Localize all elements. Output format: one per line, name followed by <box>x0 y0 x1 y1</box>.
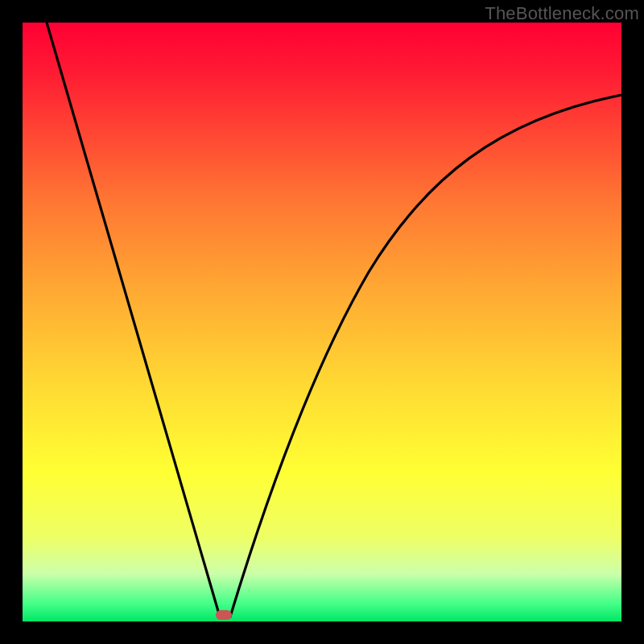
curve-path <box>47 23 621 617</box>
watermark-text: TheBottleneck.com <box>485 3 639 24</box>
optimal-marker <box>216 610 232 620</box>
plot-area <box>23 23 621 621</box>
chart-frame: TheBottleneck.com <box>0 0 644 644</box>
bottleneck-curve <box>23 23 621 621</box>
